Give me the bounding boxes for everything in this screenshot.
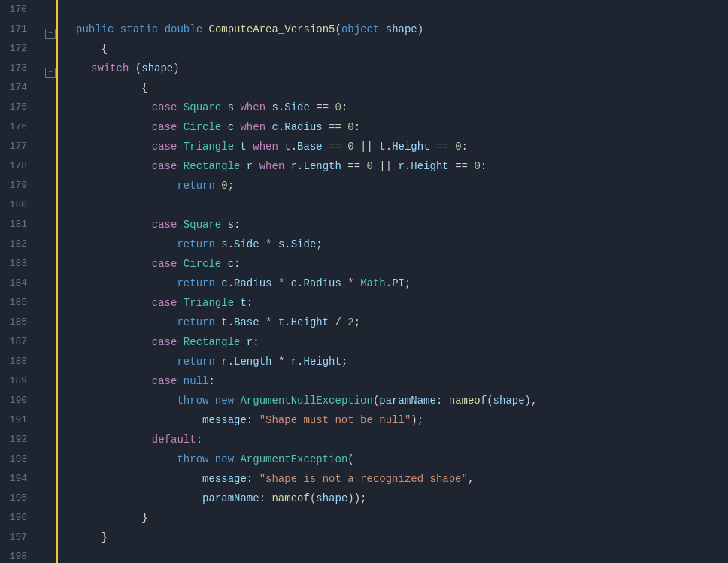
ln-176: 176 [0, 117, 33, 137]
fold-171[interactable]: − [39, 20, 56, 39]
code-line-176: case Circle c when c . Radius == 0 : [76, 117, 728, 137]
ln-191: 191 [0, 410, 33, 430]
ln-184: 184 [0, 274, 33, 293]
kw-static: static [120, 20, 158, 39]
code-line-189: case null : [76, 371, 728, 391]
code-line-170 [76, 0, 728, 20]
ln-186: 186 [0, 313, 33, 332]
ln-198: 198 [0, 547, 33, 563]
code-line-185: case Triangle t : [76, 293, 728, 313]
code-line-193: throw new ArgumentException ( [76, 449, 728, 469]
ln-189: 189 [0, 371, 33, 391]
kw-public: public [76, 20, 114, 39]
ln-196: 196 [0, 508, 33, 528]
kw-case-175: case [76, 98, 177, 117]
code-line-192: default : [76, 430, 728, 449]
ln-171: 171 [0, 20, 33, 39]
code-line-174: { [76, 78, 728, 98]
code-line-197: } [76, 528, 728, 547]
ln-180: 180 [0, 195, 33, 215]
code-line-175: case Square s when s . Side == 0 : [76, 98, 728, 117]
ln-197: 197 [0, 528, 33, 547]
ln-172: 172 [0, 39, 33, 59]
code-line-177: case Triangle t when t . Base == 0 || t … [76, 137, 728, 156]
ln-195: 195 [0, 489, 33, 508]
kw-case-176: case [76, 117, 177, 137]
code-line-184: return c . Radius * c . Radius * Math . … [76, 274, 728, 293]
ln-178: 178 [0, 156, 33, 176]
ln-177: 177 [0, 137, 33, 156]
code-line-180 [76, 195, 728, 215]
code-line-183: case Circle c : [76, 254, 728, 274]
code-editor: 170 171 172 173 174 175 176 177 178 179 … [0, 0, 728, 563]
ln-175: 175 [0, 98, 33, 117]
ln-179: 179 [0, 176, 33, 195]
ln-188: 188 [0, 352, 33, 371]
code-line-191: message : "Shape must not be null" ); [76, 410, 728, 430]
ln-185: 185 [0, 293, 33, 313]
code-line-186: return t . Base * t . Height / 2 ; [76, 313, 728, 332]
code-line-173: switch ( shape ) [76, 59, 728, 78]
code-line-179: return 0 ; [76, 176, 728, 195]
code-line-182: return s . Side * s . Side ; [76, 235, 728, 254]
code-line-187: case Rectangle r : [76, 332, 728, 352]
code-line-172: { [76, 39, 728, 59]
ln-173: 173 [0, 59, 33, 78]
code-line-181: case Square s : [76, 215, 728, 235]
kw-double: double [165, 20, 202, 39]
code-line-188: return r . Length * r . Height ; [76, 352, 728, 371]
code-content: public static double ComputeArea_Version… [73, 0, 728, 563]
code-line-190: throw new ArgumentNullException ( paramN… [76, 391, 728, 410]
method-name: ComputeArea_Version5 [208, 20, 335, 39]
ln-181: 181 [0, 215, 33, 235]
ln-170: 170 [0, 0, 33, 20]
code-line-194: message : "shape is not a recognized sha… [76, 469, 728, 489]
ln-192: 192 [0, 430, 33, 449]
ln-183: 183 [0, 254, 33, 274]
ln-190: 190 [0, 391, 33, 410]
fold-173[interactable]: − [39, 59, 56, 78]
code-line-195: paramName : nameof ( shape )); [76, 489, 728, 508]
code-line-171: public static double ComputeArea_Version… [76, 20, 728, 39]
ln-194: 194 [0, 469, 33, 489]
line-numbers: 170 171 172 173 174 175 176 177 178 179 … [0, 0, 39, 563]
ln-187: 187 [0, 332, 33, 352]
code-line-178: case Rectangle r when r . Length == 0 ||… [76, 156, 728, 176]
ln-182: 182 [0, 235, 33, 254]
code-line-196: } [76, 508, 728, 528]
ln-193: 193 [0, 449, 33, 469]
code-line-198 [76, 547, 728, 563]
ln-174: 174 [0, 78, 33, 98]
code-gutter: − − [39, 0, 56, 563]
indent-guide-col [58, 0, 73, 563]
